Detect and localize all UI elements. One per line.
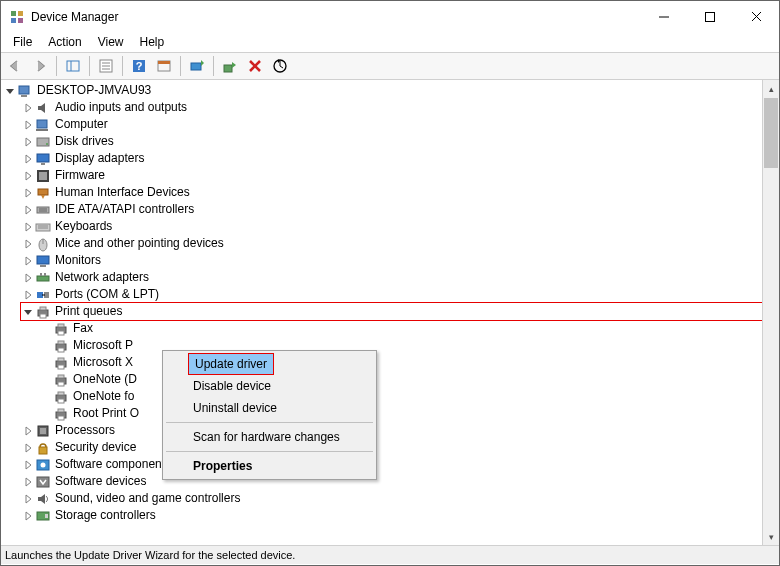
storage-icon xyxy=(35,508,51,524)
svg-rect-69 xyxy=(58,416,64,420)
tree-category[interactable]: Processors xyxy=(21,422,762,439)
tree-category[interactable]: Display adapters xyxy=(21,150,762,167)
menu-help[interactable]: Help xyxy=(132,33,173,51)
context-disable-device[interactable]: Disable device xyxy=(165,375,374,397)
tree-category[interactable]: Network adapters xyxy=(21,269,762,286)
enable-device-button[interactable] xyxy=(218,54,242,78)
expand-icon[interactable] xyxy=(21,305,35,319)
svg-rect-23 xyxy=(19,86,29,94)
svg-rect-63 xyxy=(58,382,64,386)
svg-rect-51 xyxy=(40,314,46,318)
expand-icon[interactable] xyxy=(21,254,35,268)
svg-rect-59 xyxy=(58,358,64,361)
expand-icon[interactable] xyxy=(21,237,35,251)
svg-rect-8 xyxy=(67,61,79,71)
tree-category[interactable]: IDE ATA/ATAPI controllers xyxy=(21,201,762,218)
expand-icon[interactable] xyxy=(21,203,35,217)
tree-device[interactable]: OneNote (D xyxy=(39,371,762,388)
scroll-thumb[interactable] xyxy=(764,98,778,168)
swdev-icon xyxy=(35,474,51,490)
svg-rect-34 xyxy=(37,207,49,213)
tree-category[interactable]: Ports (COM & LPT) xyxy=(21,286,762,303)
expand-icon[interactable] xyxy=(21,424,35,438)
update-driver-button[interactable] xyxy=(185,54,209,78)
context-uninstall-device[interactable]: Uninstall device xyxy=(165,397,374,419)
tree-category[interactable]: Computer xyxy=(21,116,762,133)
expand-icon[interactable] xyxy=(21,475,35,489)
action-button[interactable] xyxy=(152,54,176,78)
svg-point-74 xyxy=(41,462,46,467)
tree-category[interactable]: Software components xyxy=(21,456,762,473)
display-icon xyxy=(35,151,51,167)
context-scan-hardware[interactable]: Scan for hardware changes xyxy=(165,426,374,448)
device-tree[interactable]: DESKTOP-JMVAU93Audio inputs and outputsC… xyxy=(1,80,762,545)
tree-category[interactable]: Firmware xyxy=(21,167,762,184)
expand-spacer xyxy=(39,390,53,404)
expand-icon[interactable] xyxy=(3,84,17,98)
expand-icon[interactable] xyxy=(21,135,35,149)
expand-icon[interactable] xyxy=(21,288,35,302)
expand-icon[interactable] xyxy=(21,101,35,115)
context-update-driver[interactable]: Update driver xyxy=(189,354,273,374)
tree-category[interactable]: Software devices xyxy=(21,473,762,490)
tree-category-label: Monitors xyxy=(53,252,103,269)
tree-category[interactable]: Disk drives xyxy=(21,133,762,150)
scroll-up-arrow[interactable]: ▴ xyxy=(763,80,779,97)
expand-icon[interactable] xyxy=(21,118,35,132)
printer-icon xyxy=(53,389,69,405)
tree-device[interactable]: Microsoft P xyxy=(39,337,762,354)
context-properties[interactable]: Properties xyxy=(165,455,374,477)
tree-device[interactable]: Root Print O xyxy=(39,405,762,422)
expand-icon[interactable] xyxy=(21,169,35,183)
tree-category[interactable]: Sound, video and game controllers xyxy=(21,490,762,507)
forward-button[interactable] xyxy=(28,54,52,78)
tree-device[interactable]: OneNote fo xyxy=(39,388,762,405)
back-button[interactable] xyxy=(3,54,27,78)
titlebar: Device Manager xyxy=(1,1,779,32)
tree-category[interactable]: Monitors xyxy=(21,252,762,269)
tree-category[interactable]: Keyboards xyxy=(21,218,762,235)
audio-icon xyxy=(35,100,51,116)
tree-category[interactable]: Audio inputs and outputs xyxy=(21,99,762,116)
tree-category[interactable]: Mice and other pointing devices xyxy=(21,235,762,252)
maximize-button[interactable] xyxy=(687,1,733,32)
tree-device-label: OneNote fo xyxy=(71,388,136,405)
tree-root-node[interactable]: DESKTOP-JMVAU93 xyxy=(3,82,762,99)
scroll-down-arrow[interactable]: ▾ xyxy=(763,528,779,545)
expand-icon[interactable] xyxy=(21,509,35,523)
expand-icon[interactable] xyxy=(21,186,35,200)
tree-category[interactable]: Security device xyxy=(21,439,762,456)
svg-rect-77 xyxy=(45,514,48,518)
tree-category[interactable]: Storage controllers xyxy=(21,507,762,524)
expand-icon[interactable] xyxy=(21,271,35,285)
tree-category[interactable]: Human Interface Devices xyxy=(21,184,762,201)
tree-device[interactable]: Microsoft X xyxy=(39,354,762,371)
tree-device[interactable]: Fax xyxy=(39,320,762,337)
menu-file[interactable]: File xyxy=(5,33,40,51)
uninstall-button[interactable] xyxy=(243,54,267,78)
vertical-scrollbar[interactable]: ▴ ▾ xyxy=(762,80,779,545)
close-button[interactable] xyxy=(733,1,779,32)
expand-icon[interactable] xyxy=(21,152,35,166)
tree-category-label: Storage controllers xyxy=(53,507,158,524)
tree-category-label: Print queues xyxy=(53,303,124,320)
svg-rect-30 xyxy=(41,163,45,165)
expand-icon[interactable] xyxy=(21,220,35,234)
expand-icon[interactable] xyxy=(21,441,35,455)
tree-category-label: IDE ATA/ATAPI controllers xyxy=(53,201,196,218)
menu-view[interactable]: View xyxy=(90,33,132,51)
ide-icon xyxy=(35,202,51,218)
menu-action[interactable]: Action xyxy=(40,33,89,51)
expand-icon[interactable] xyxy=(21,458,35,472)
properties-button[interactable] xyxy=(94,54,118,78)
expand-icon[interactable] xyxy=(21,492,35,506)
svg-rect-57 xyxy=(58,348,64,352)
context-menu: Update driver Disable device Uninstall d… xyxy=(162,350,377,480)
show-hide-tree-button[interactable] xyxy=(61,54,85,78)
tree-root-label: DESKTOP-JMVAU93 xyxy=(35,82,153,99)
svg-text:?: ? xyxy=(136,60,143,72)
help-button[interactable]: ? xyxy=(127,54,151,78)
scan-hardware-button[interactable] xyxy=(268,54,292,78)
tree-category[interactable]: Print queues xyxy=(21,303,762,320)
minimize-button[interactable] xyxy=(641,1,687,32)
